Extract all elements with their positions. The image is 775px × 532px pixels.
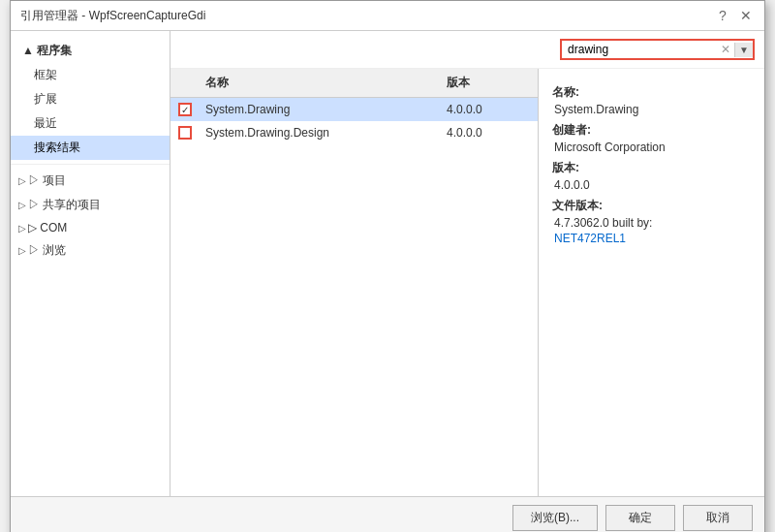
info-panel: 名称: System.Drawing 创建者: Microsoft Corpor… (539, 69, 764, 496)
sidebar-item-framework[interactable]: 框架 (11, 63, 170, 87)
sidebar-group-shared[interactable]: ▷ ▷ 共享的项目 (11, 193, 170, 217)
header-name-col: 名称 (200, 73, 441, 93)
search-dropdown-button[interactable]: ▼ (734, 43, 753, 57)
browse-arrow: ▷ (18, 245, 26, 256)
header-version-col: 版本 (441, 73, 538, 93)
name-value: System.Drawing (552, 103, 751, 116)
dialog-title: 引用管理器 - WpfScreenCaptureGdi (20, 8, 205, 24)
creator-label: 创建者: (552, 122, 751, 139)
table-area: 名称 版本 System.Drawing 4.0.0.0 (170, 69, 764, 496)
sidebar-item-search-results[interactable]: 搜索结果 (11, 136, 170, 160)
row-name-1: System.Drawing (200, 101, 441, 118)
search-box: ✕ ▼ (560, 39, 755, 60)
table-row[interactable]: System.Drawing.Design 4.0.0.0 (170, 121, 538, 144)
main-content: ✕ ▼ 名称 版本 (170, 31, 764, 496)
row-check-2 (170, 126, 200, 140)
title-controls: ? ✕ (714, 7, 755, 24)
checkbox-1[interactable] (178, 103, 192, 116)
search-input[interactable] (562, 41, 717, 58)
checkbox-2[interactable] (178, 126, 192, 140)
bottom-bar: 浏览(B)... 确定 取消 (11, 496, 764, 532)
table-row[interactable]: System.Drawing 4.0.0.0 (170, 98, 538, 121)
sidebar-divider (11, 164, 170, 165)
shared-arrow: ▷ (18, 200, 26, 210)
sidebar-group-projects[interactable]: ▷ ▷ 项目 (11, 169, 170, 193)
dialog-body: ▲ 程序集 框架 扩展 最近 搜索结果 ▷ ▷ 项目 ▷ ▷ 共享的项目 (11, 31, 764, 496)
row-name-2: System.Drawing.Design (200, 124, 441, 141)
sidebar-item-extensions[interactable]: 扩展 (11, 87, 170, 111)
ok-button[interactable]: 确定 (605, 505, 675, 531)
cancel-button[interactable]: 取消 (683, 505, 753, 531)
reference-manager-dialog: 引用管理器 - WpfScreenCaptureGdi ? ✕ ▲ 程序集 框架… (10, 0, 765, 532)
close-button[interactable]: ✕ (737, 7, 755, 24)
sidebar-group-browse[interactable]: ▷ ▷ 浏览 (11, 238, 170, 263)
creator-value: Microsoft Corporation (552, 141, 751, 154)
header-check-col (170, 73, 200, 93)
projects-arrow: ▷ (18, 175, 26, 186)
top-bar: ✕ ▼ (170, 31, 764, 69)
file-version-label: 文件版本: (552, 198, 751, 214)
title-bar: 引用管理器 - WpfScreenCaptureGdi ? ✕ (11, 1, 764, 31)
table-container: 名称 版本 System.Drawing 4.0.0.0 (170, 69, 539, 496)
row-check-1 (170, 103, 200, 116)
row-version-2: 4.0.0.0 (441, 124, 538, 141)
sidebar: ▲ 程序集 框架 扩展 最近 搜索结果 ▷ ▷ 项目 ▷ ▷ 共享的项目 (11, 31, 170, 496)
version-label: 版本: (552, 160, 751, 176)
row-version-1: 4.0.0.0 (441, 101, 538, 118)
sidebar-section-header: ▲ 程序集 (11, 39, 170, 63)
com-arrow: ▷ (18, 223, 26, 234)
help-button[interactable]: ? (714, 7, 731, 24)
search-clear-button[interactable]: ✕ (717, 41, 734, 58)
name-label: 名称: (552, 84, 751, 101)
table-header: 名称 版本 (170, 69, 538, 98)
browse-button[interactable]: 浏览(B)... (512, 505, 598, 531)
sidebar-group-com[interactable]: ▷ ▷ COM (11, 217, 170, 238)
sidebar-item-recent[interactable]: 最近 (11, 111, 170, 136)
file-version-link[interactable]: NET472REL1 (552, 232, 751, 245)
file-version-value: 4.7.3062.0 built by: (552, 216, 751, 230)
version-value: 4.0.0.0 (552, 178, 751, 192)
